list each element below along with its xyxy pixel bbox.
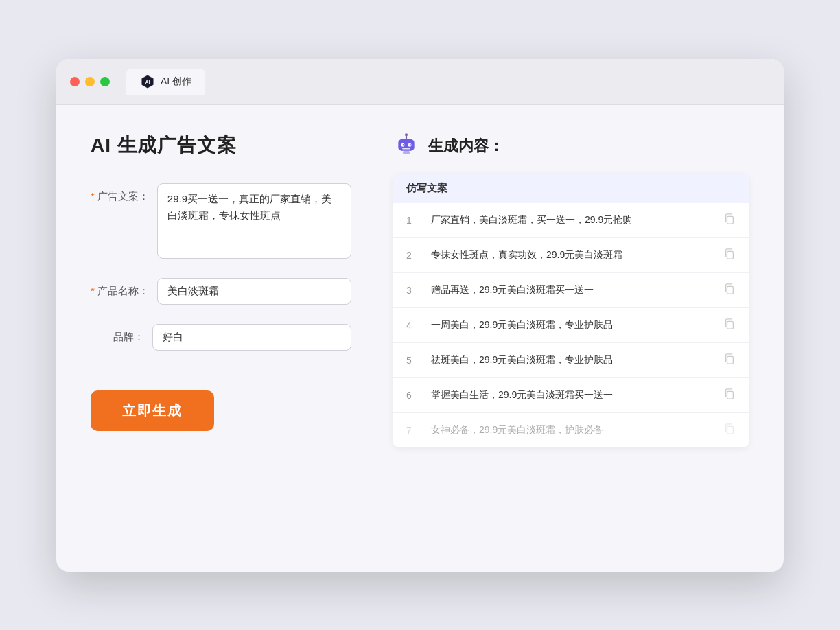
svg-point-7 — [403, 144, 405, 146]
result-title: 生成内容： — [428, 136, 504, 156]
svg-rect-9 — [402, 148, 410, 149]
result-item-num: 1 — [406, 215, 420, 226]
required-star-product: * — [91, 285, 95, 296]
svg-rect-15 — [727, 356, 733, 364]
svg-rect-11 — [727, 216, 733, 224]
maximize-button[interactable] — [100, 77, 110, 86]
product-name-label: *产品名称： — [91, 278, 157, 298]
browser-window: AI AI 创作 AI 生成广告文案 *广告文案： 29.9买一送一，真正的厂家… — [56, 59, 784, 572]
result-item: 2专抹女性斑点，真实功效，29.9元美白淡斑霜 — [393, 238, 749, 273]
close-button[interactable] — [70, 77, 80, 86]
result-item: 3赠品再送，29.9元美白淡斑霜买一送一 — [393, 273, 749, 308]
svg-rect-17 — [727, 426, 733, 434]
result-item-num: 5 — [406, 355, 420, 366]
page-title: AI 生成广告文案 — [91, 132, 351, 159]
svg-text:AI: AI — [145, 80, 150, 84]
copy-button[interactable] — [723, 353, 736, 368]
brand-input[interactable] — [152, 324, 351, 351]
result-item-num: 3 — [406, 285, 420, 296]
traffic-lights — [70, 77, 110, 86]
ad-copy-label: *广告文案： — [91, 183, 157, 203]
svg-rect-10 — [403, 150, 410, 154]
brand-group: 品牌： — [91, 324, 351, 351]
copy-button[interactable] — [723, 248, 736, 263]
svg-point-3 — [405, 133, 408, 136]
result-item-text: 掌握美白生活，29.9元美白淡斑霜买一送一 — [431, 388, 712, 402]
result-item-text: 厂家直销，美白淡斑霜，买一送一，29.9元抢购 — [431, 213, 712, 227]
copy-button[interactable] — [723, 388, 736, 403]
right-panel: 生成内容： 仿写文案 1厂家直销，美白淡斑霜，买一送一，29.9元抢购 2专抹女… — [393, 132, 749, 544]
ad-copy-input[interactable]: 29.9买一送一，真正的厂家直销，美白淡斑霜，专抹女性斑点 — [157, 183, 351, 259]
titlebar: AI AI 创作 — [56, 59, 784, 105]
result-item: 7女神必备，29.9元美白淡斑霜，护肤必备 — [393, 413, 749, 447]
ai-tab-icon: AI — [140, 74, 155, 89]
result-item-num: 6 — [406, 390, 420, 401]
required-star-ad: * — [91, 190, 95, 202]
copy-button[interactable] — [723, 283, 736, 298]
brand-label: 品牌： — [91, 324, 152, 344]
result-item-num: 4 — [406, 320, 420, 331]
product-name-input[interactable] — [157, 278, 351, 305]
minimize-button[interactable] — [85, 77, 95, 86]
ad-copy-group: *广告文案： 29.9买一送一，真正的厂家直销，美白淡斑霜，专抹女性斑点 — [91, 183, 351, 259]
result-item-text: 专抹女性斑点，真实功效，29.9元美白淡斑霜 — [431, 248, 712, 262]
copy-button[interactable] — [723, 213, 736, 228]
result-item: 1厂家直销，美白淡斑霜，买一送一，29.9元抢购 — [393, 203, 749, 238]
svg-rect-13 — [727, 286, 733, 294]
ai-tab[interactable]: AI AI 创作 — [126, 69, 205, 95]
result-items-container: 1厂家直销，美白淡斑霜，买一送一，29.9元抢购 2专抹女性斑点，真实功效，29… — [393, 203, 749, 447]
svg-rect-16 — [727, 391, 733, 399]
svg-rect-14 — [727, 321, 733, 329]
result-item-num: 7 — [406, 425, 420, 436]
svg-rect-12 — [727, 251, 733, 259]
left-panel: AI 生成广告文案 *广告文案： 29.9买一送一，真正的厂家直销，美白淡斑霜，… — [91, 132, 351, 544]
browser-content: AI 生成广告文案 *广告文案： 29.9买一送一，真正的厂家直销，美白淡斑霜，… — [56, 105, 784, 572]
result-item-text: 赠品再送，29.9元美白淡斑霜买一送一 — [431, 283, 712, 297]
product-name-group: *产品名称： — [91, 278, 351, 305]
svg-point-8 — [410, 144, 412, 146]
copy-button[interactable] — [723, 318, 736, 333]
tab-label: AI 创作 — [161, 75, 191, 88]
generate-button[interactable]: 立即生成 — [91, 390, 214, 431]
result-item-text: 祛斑美白，29.9元美白淡斑霜，专业护肤品 — [431, 353, 712, 367]
result-item-num: 2 — [406, 250, 420, 261]
result-item-text: 一周美白，29.9元美白淡斑霜，专业护肤品 — [431, 318, 712, 332]
result-item: 6掌握美白生活，29.9元美白淡斑霜买一送一 — [393, 378, 749, 413]
result-header: 生成内容： — [393, 132, 749, 160]
result-table: 仿写文案 1厂家直销，美白淡斑霜，买一送一，29.9元抢购 2专抹女性斑点，真实… — [393, 174, 749, 447]
robot-icon — [393, 132, 420, 160]
result-item-text: 女神必备，29.9元美白淡斑霜，护肤必备 — [431, 423, 712, 437]
result-item: 5祛斑美白，29.9元美白淡斑霜，专业护肤品 — [393, 343, 749, 378]
copy-button[interactable] — [723, 423, 736, 438]
result-table-header: 仿写文案 — [393, 174, 749, 203]
result-item: 4一周美白，29.9元美白淡斑霜，专业护肤品 — [393, 308, 749, 343]
